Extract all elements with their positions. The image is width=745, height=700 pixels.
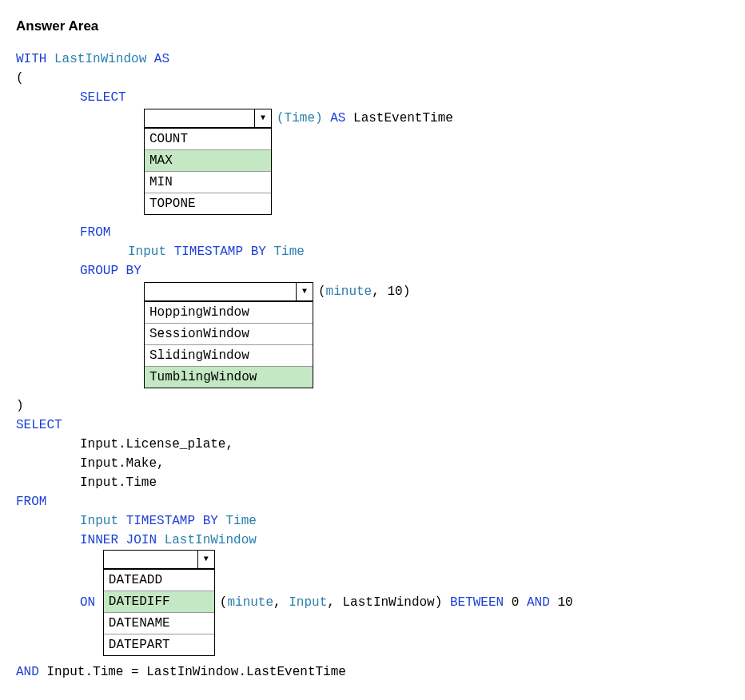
keyword-as: AS — [154, 52, 169, 66]
keyword-from: FROM — [16, 495, 46, 509]
minute-arg: minute — [326, 284, 372, 299]
keyword-as: AS — [330, 111, 345, 125]
code-line: Input TIMESTAMP BY Time — [16, 511, 729, 531]
comma: , — [372, 284, 380, 299]
agg-dropdown[interactable]: ▼ COUNT MAX MIN TOPONE — [144, 109, 272, 215]
join-table: LastInWindow — [165, 533, 257, 547]
dropdown-value — [145, 109, 254, 127]
dropdown-option[interactable]: HoppingWindow — [145, 302, 313, 323]
chevron-down-icon: ▼ — [296, 283, 313, 300]
dropdown-options: DATEADD DATEDIFF DATENAME DATEPART — [103, 569, 215, 656]
dropdown-option[interactable]: DATEDIFF — [104, 591, 214, 612]
dropdown-row-agg: ▼ COUNT MAX MIN TOPONE (Time) AS LastEve… — [16, 109, 729, 215]
time-col: Time — [273, 245, 304, 259]
code-after-dropdown: (Time) AS LastEventTime — [272, 109, 453, 128]
keyword-with: WITH — [16, 52, 46, 66]
keyword-select: SELECT — [16, 418, 62, 432]
keyword-timestamp-by: TIMESTAMP BY — [174, 245, 266, 259]
keyword-and: AND — [527, 595, 550, 610]
datefunc-dropdown[interactable]: ▼ DATEADD DATEDIFF DATENAME DATEPART — [103, 550, 215, 656]
dropdown-option[interactable]: MIN — [145, 171, 271, 193]
cte-name: LastInWindow — [54, 52, 146, 66]
chevron-down-icon: ▼ — [197, 551, 214, 568]
on-arg2: Input — [289, 595, 327, 610]
dropdown-row-window: ▼ HoppingWindow SessionWindow SlidingWin… — [16, 282, 729, 388]
time-col: Time — [225, 514, 256, 528]
code-line: FROM — [16, 492, 729, 511]
final-condition: Input.Time = LastInWindow.LastEventTime — [46, 665, 345, 679]
window-dropdown[interactable]: ▼ HoppingWindow SessionWindow SlidingWin… — [144, 282, 313, 388]
keyword-timestamp-by: TIMESTAMP BY — [126, 514, 218, 528]
dropdown-option[interactable]: DATEADD — [104, 570, 214, 591]
dropdown-option[interactable]: MAX — [145, 149, 271, 171]
code-line: SELECT — [16, 416, 729, 435]
comma: , — [327, 595, 335, 610]
ten: 10 — [557, 595, 572, 610]
paren-open: ( — [318, 284, 326, 299]
keyword-inner-join: INNER JOIN — [80, 533, 157, 547]
answer-area-heading: Answer Area — [16, 16, 729, 37]
dropdown-option[interactable]: DATENAME — [104, 612, 214, 634]
keyword-group-by: GROUP BY — [80, 264, 141, 278]
code-line: Input TIMESTAMP BY Time — [16, 242, 729, 261]
time-arg: (Time) — [277, 111, 323, 125]
keyword-select: SELECT — [80, 90, 126, 105]
code-line: Input.Make, — [16, 454, 729, 473]
dropdown-value — [104, 551, 197, 568]
code-line: GROUP BY — [16, 261, 729, 280]
paren-open: ( — [220, 595, 228, 610]
dropdown-option[interactable]: SessionWindow — [145, 323, 313, 344]
paren-close: ) — [403, 284, 411, 299]
code-line: Input.Time — [16, 473, 729, 492]
keyword-between: BETWEEN — [450, 595, 504, 610]
dropdown-selected[interactable]: ▼ — [144, 282, 313, 301]
dropdown-selected[interactable]: ▼ — [103, 550, 215, 569]
dropdown-option[interactable]: SlidingWindow — [145, 344, 313, 366]
input-source: Input — [80, 514, 118, 528]
code-line: INNER JOIN LastInWindow — [16, 531, 729, 550]
input-source: Input — [128, 245, 166, 259]
code-line: FROM — [16, 223, 729, 242]
code-line: Input.License_plate, — [16, 435, 729, 454]
dropdown-value — [145, 283, 296, 300]
dropdown-option[interactable]: TOPONE — [145, 193, 271, 214]
dropdown-option[interactable]: DATEPART — [104, 634, 214, 655]
alias: LastEventTime — [353, 111, 453, 125]
code-line: ( — [16, 69, 729, 88]
dropdown-row-datefunc: ON ▼ DATEADD DATEDIFF DATENAME DATEPART … — [16, 550, 729, 656]
chevron-down-icon: ▼ — [254, 109, 271, 127]
code-after-dropdown: (minute, Input, LastInWindow) BETWEEN 0 … — [215, 593, 573, 612]
keyword-on: ON — [80, 593, 103, 612]
dropdown-selected[interactable]: ▼ — [144, 109, 272, 128]
keyword-and: AND — [16, 665, 39, 679]
group-arg: 10 — [387, 284, 402, 299]
dropdown-options: COUNT MAX MIN TOPONE — [144, 128, 272, 215]
code-line: AND Input.Time = LastInWindow.LastEventT… — [16, 662, 729, 682]
zero: 0 — [512, 595, 520, 610]
code-line: SELECT — [16, 88, 729, 107]
code-line: WITH LastInWindow AS — [16, 50, 729, 69]
code-line: ) — [16, 396, 729, 416]
minute-arg: minute — [227, 595, 273, 610]
dropdown-option[interactable]: TumblingWindow — [145, 366, 313, 388]
keyword-from: FROM — [80, 225, 110, 240]
code-after-dropdown: (minute, 10) — [313, 282, 410, 301]
dropdown-option[interactable]: COUNT — [145, 129, 271, 149]
comma: , — [273, 595, 281, 610]
on-arg3: LastInWindow — [342, 595, 434, 610]
paren-close: ) — [435, 595, 443, 610]
dropdown-options: HoppingWindow SessionWindow SlidingWindo… — [144, 301, 313, 388]
